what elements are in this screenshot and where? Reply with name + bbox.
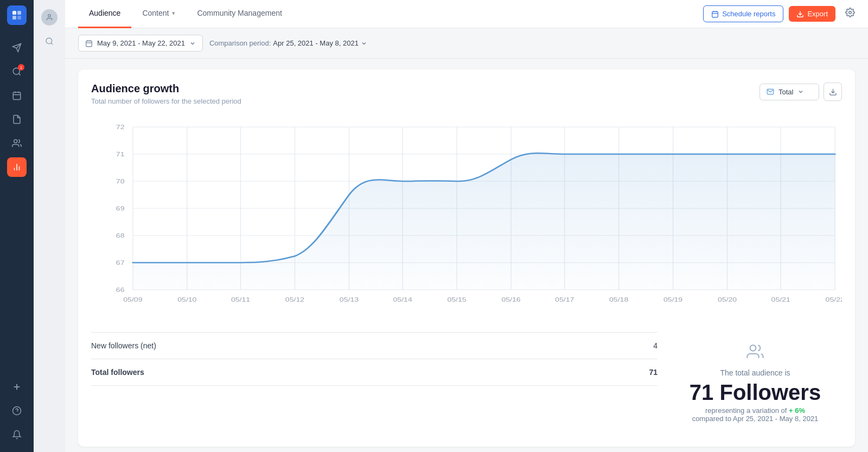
- nav-tabs: Audience Content ▾ Community Management: [78, 0, 703, 28]
- export-button[interactable]: Export: [789, 6, 835, 22]
- svg-text:05/20: 05/20: [718, 296, 737, 303]
- content-area: Audience growth Total number of follower…: [65, 59, 868, 452]
- chart-download-button[interactable]: [824, 82, 842, 101]
- tab-content[interactable]: Content ▾: [131, 0, 186, 28]
- svg-point-20: [48, 15, 51, 17]
- svg-text:71: 71: [116, 151, 125, 157]
- svg-point-12: [14, 139, 17, 143]
- svg-text:05/14: 05/14: [393, 296, 412, 303]
- svg-text:05/09: 05/09: [123, 296, 142, 303]
- sidebar-item-analytics[interactable]: [7, 157, 27, 177]
- svg-text:69: 69: [116, 205, 125, 212]
- sidebar-add-button[interactable]: [7, 377, 27, 397]
- svg-line-22: [51, 43, 53, 44]
- svg-text:70: 70: [116, 178, 125, 184]
- svg-text:05/15: 05/15: [447, 296, 466, 303]
- filter-bar: May 9, 2021 - May 22, 2021 Comparison pe…: [65, 28, 868, 59]
- svg-text:05/21: 05/21: [771, 296, 790, 303]
- svg-rect-0: [12, 11, 16, 15]
- svg-line-7: [18, 73, 20, 75]
- new-followers-label: New followers (net): [91, 341, 156, 350]
- svg-rect-29: [86, 41, 92, 47]
- stats-section: New followers (net) 4 Total followers 71: [91, 332, 842, 434]
- date-range-picker[interactable]: May 9, 2021 - May 22, 2021: [78, 35, 203, 52]
- svg-point-21: [46, 38, 52, 44]
- svg-rect-8: [13, 92, 21, 100]
- main-content: Audience Content ▾ Community Management …: [65, 0, 868, 452]
- variation-value: + 6%: [789, 406, 805, 415]
- svg-rect-1: [17, 11, 21, 15]
- summary-text: The total audience is: [720, 368, 790, 377]
- svg-text:05/17: 05/17: [555, 296, 574, 303]
- chart-controls: Total: [760, 82, 842, 101]
- secondary-sidebar: [34, 0, 65, 452]
- summary-comparison: compared to Apr 25, 2021 - May 8, 2021: [692, 415, 819, 423]
- sidebar-logo[interactable]: [7, 5, 27, 25]
- summary-box: The total audience is 71 Followers repre…: [668, 332, 842, 434]
- svg-text:05/10: 05/10: [177, 296, 196, 303]
- svg-text:05/19: 05/19: [663, 296, 682, 303]
- svg-text:72: 72: [116, 124, 125, 130]
- sidebar-help-button[interactable]: [7, 401, 27, 421]
- tab-audience[interactable]: Audience: [78, 0, 131, 28]
- secondary-profile-icon[interactable]: [40, 8, 59, 27]
- stats-row-new-followers: New followers (net) 4: [91, 333, 658, 359]
- chart-title-section: Audience growth Total number of follower…: [91, 82, 241, 105]
- audience-growth-card: Audience growth Total number of follower…: [78, 69, 855, 447]
- svg-rect-23: [712, 11, 718, 17]
- schedule-reports-button[interactable]: Schedule reports: [703, 5, 783, 22]
- chart-wrapper: 72 71 70 69 68 67 66 05/09 05/10 05/11 0…: [91, 116, 842, 319]
- comparison-period: Comparison period: Apr 25, 2021 - May 8,…: [209, 39, 367, 47]
- summary-variation: representing a variation of + 6%: [705, 406, 805, 415]
- sidebar-item-search[interactable]: 1: [7, 62, 27, 81]
- svg-text:05/18: 05/18: [609, 296, 628, 303]
- sidebar: 1: [0, 0, 34, 452]
- chart-title: Audience growth: [91, 82, 241, 95]
- sidebar-item-calendar[interactable]: [7, 86, 27, 105]
- stats-table: New followers (net) 4 Total followers 71: [91, 332, 658, 434]
- tab-community[interactable]: Community Management: [186, 0, 292, 28]
- audience-summary-icon: [746, 343, 764, 364]
- chart-header: Audience growth Total number of follower…: [91, 82, 842, 105]
- sidebar-item-people[interactable]: [7, 133, 27, 153]
- summary-number: 71 Followers: [690, 380, 821, 404]
- new-followers-value: 4: [653, 341, 658, 350]
- sidebar-bottom: [7, 375, 27, 447]
- settings-icon[interactable]: [845, 8, 855, 20]
- svg-text:05/22: 05/22: [826, 296, 842, 303]
- svg-point-76: [750, 345, 756, 351]
- notification-badge: 1: [18, 64, 24, 71]
- svg-text:05/16: 05/16: [501, 296, 520, 303]
- line-chart: 72 71 70 69 68 67 66 05/09 05/10 05/11 0…: [91, 116, 842, 317]
- sidebar-item-send[interactable]: [7, 38, 27, 58]
- chart-subtitle: Total number of followers for the select…: [91, 97, 241, 105]
- total-followers-value: 71: [649, 368, 658, 377]
- secondary-search-icon[interactable]: [40, 31, 59, 51]
- svg-rect-3: [17, 16, 21, 20]
- topnav-actions: Schedule reports Export: [703, 5, 855, 22]
- comparison-range-link[interactable]: Apr 25, 2021 - May 8, 2021: [273, 39, 359, 47]
- content-chevron-icon: ▾: [172, 10, 175, 17]
- svg-point-28: [849, 11, 852, 14]
- stats-row-total-followers: Total followers 71: [91, 359, 658, 386]
- svg-rect-2: [12, 16, 16, 20]
- svg-text:66: 66: [116, 287, 125, 293]
- svg-text:68: 68: [116, 232, 125, 239]
- top-navigation: Audience Content ▾ Community Management …: [65, 0, 868, 28]
- sidebar-notifications-button[interactable]: [7, 425, 27, 444]
- svg-text:05/12: 05/12: [285, 296, 304, 303]
- sidebar-item-notes[interactable]: [7, 110, 27, 129]
- chart-type-dropdown[interactable]: Total: [760, 84, 819, 100]
- svg-text:05/13: 05/13: [340, 296, 359, 303]
- svg-text:05/11: 05/11: [231, 296, 250, 303]
- total-followers-label: Total followers: [91, 368, 144, 377]
- svg-text:67: 67: [116, 259, 125, 266]
